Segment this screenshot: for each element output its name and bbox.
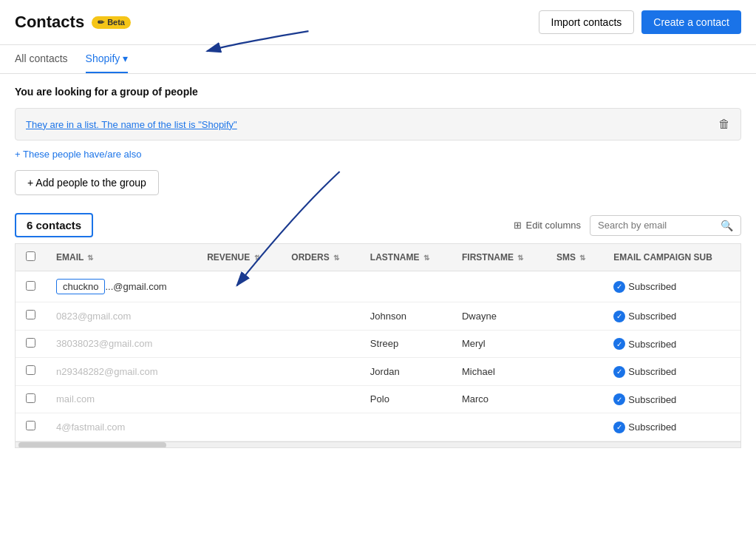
tab-all-contacts[interactable]: All contacts	[15, 45, 68, 73]
lastname-cell: Polo	[360, 385, 452, 413]
import-contacts-button[interactable]: Import contacts	[539, 10, 635, 34]
lastname-cell: Jordan	[360, 358, 452, 386]
beta-badge: ✏ Beta	[92, 16, 131, 29]
firstname-cell	[452, 413, 546, 441]
row-checkbox-cell	[16, 302, 46, 331]
col-revenue: REVENUE ⇅	[197, 244, 281, 271]
row-checkbox[interactable]	[26, 421, 35, 430]
main-content: You are looking for a group of people Th…	[0, 74, 756, 460]
col-sms: SMS ⇅	[546, 244, 603, 271]
email-cell: 0823@gmail.com	[46, 302, 197, 331]
firstname-cell: Marco	[452, 385, 546, 413]
row-checkbox[interactable]	[26, 338, 35, 348]
sms-sort-icon[interactable]: ⇅	[579, 254, 585, 262]
lastname-cell: Streep	[360, 330, 452, 358]
also-link[interactable]: + These people have/are also	[15, 149, 141, 160]
horizontal-scrollbar[interactable]	[16, 441, 740, 447]
check-icon: ✓	[613, 422, 625, 433]
sms-cell	[546, 358, 603, 386]
table-body: chuckno...@gmail.com ✓ Subscribed	[16, 271, 740, 441]
sms-cell	[546, 413, 603, 441]
toolbar-right: ⊞ Edit columns 🔍	[514, 215, 741, 236]
email-cell: mail.com	[46, 385, 197, 413]
revenue-cell	[197, 358, 281, 386]
orders-cell	[281, 358, 360, 386]
email-cell: 38038023@gmail.com	[46, 330, 197, 358]
col-orders: ORDERS ⇅	[281, 244, 360, 271]
status-badge: ✓ Subscribed	[613, 422, 676, 433]
status-badge: ✓ Subscribed	[613, 366, 676, 378]
filter-text[interactable]: They are in a list. The name of the list…	[26, 119, 237, 130]
firstname-cell: Meryl	[452, 330, 546, 358]
contacts-table-container: EMAIL ⇅ REVENUE ⇅ ORDERS ⇅ LASTNAME	[15, 243, 741, 448]
orders-sort-icon[interactable]: ⇅	[333, 254, 339, 262]
app-title: Contacts	[15, 13, 84, 32]
check-icon: ✓	[613, 338, 625, 350]
lastname-cell: Johnson	[360, 302, 452, 331]
email-cell: 4@fastmail.com	[46, 413, 197, 441]
edit-columns-button[interactable]: ⊞ Edit columns	[514, 220, 581, 231]
table-row: 0823@gmail.com Johnson Dwayne ✓ Subscrib…	[16, 302, 740, 331]
status-cell: ✓ Subscribed	[603, 271, 740, 302]
orders-cell	[281, 271, 360, 302]
table-row: 4@fastmail.com ✓ Subscribed	[16, 413, 740, 441]
check-icon: ✓	[613, 281, 625, 293]
status-badge: ✓ Subscribed	[613, 338, 676, 350]
orders-cell	[281, 330, 360, 358]
filter-box: They are in a list. The name of the list…	[15, 108, 741, 141]
row-checkbox-cell	[16, 271, 46, 302]
sms-cell	[546, 330, 603, 358]
contacts-count: 6 contacts	[15, 213, 93, 237]
check-icon: ✓	[613, 311, 625, 322]
table-row: mail.com Polo Marco ✓ Subscribed	[16, 385, 740, 413]
firstname-sort-icon[interactable]: ⇅	[517, 254, 523, 262]
email-cell: n29348282@gmail.com	[46, 358, 197, 386]
chevron-down-icon: ▾	[123, 53, 128, 64]
status-badge: ✓ Subscribed	[613, 281, 676, 293]
pencil-icon: ✏	[98, 18, 104, 27]
col-email: EMAIL ⇅	[46, 244, 197, 271]
firstname-cell	[452, 271, 546, 302]
table-header: EMAIL ⇅ REVENUE ⇅ ORDERS ⇅ LASTNAME	[16, 244, 740, 271]
email-sort-icon[interactable]: ⇅	[87, 254, 93, 262]
revenue-sort-icon[interactable]: ⇅	[254, 254, 260, 262]
row-checkbox-cell	[16, 385, 46, 413]
scrollbar-thumb[interactable]	[18, 442, 166, 448]
orders-cell	[281, 302, 360, 331]
contacts-toolbar: 6 contacts ⊞ Edit columns 🔍	[15, 207, 741, 243]
tab-shopify[interactable]: Shopify ▾	[86, 45, 129, 73]
firstname-cell: Dwayne	[452, 302, 546, 331]
sms-cell	[546, 302, 603, 331]
orders-cell	[281, 413, 360, 441]
firstname-cell: Michael	[452, 358, 546, 386]
revenue-cell	[197, 413, 281, 441]
search-input[interactable]	[598, 220, 716, 231]
status-cell: ✓ Subscribed	[603, 385, 740, 413]
top-bar-left: Contacts ✏ Beta	[15, 13, 131, 32]
sms-cell	[546, 271, 603, 302]
status-badge: ✓ Subscribed	[613, 393, 676, 405]
check-icon: ✓	[613, 393, 625, 405]
add-people-button[interactable]: + Add people to the group	[15, 170, 159, 195]
col-email-campaign: EMAIL CAMPAIGN SUB	[603, 244, 740, 271]
row-checkbox[interactable]	[26, 365, 35, 375]
top-bar-right: Import contacts Create a contact	[539, 10, 741, 34]
status-badge: ✓ Subscribed	[613, 311, 676, 322]
section-title: You are looking for a group of people	[15, 86, 741, 98]
delete-filter-icon[interactable]: 🗑	[718, 118, 730, 131]
revenue-cell	[197, 330, 281, 358]
row-checkbox[interactable]	[26, 393, 35, 403]
table-row: n29348282@gmail.com Jordan Michael ✓ Sub…	[16, 358, 740, 386]
select-all-checkbox[interactable]	[26, 251, 35, 261]
email-cell: chuckno...@gmail.com	[46, 271, 197, 302]
sms-cell	[546, 385, 603, 413]
row-checkbox[interactable]	[26, 281, 35, 291]
status-cell: ✓ Subscribed	[603, 358, 740, 386]
table-row: 38038023@gmail.com Streep Meryl ✓ Subscr…	[16, 330, 740, 358]
row-checkbox[interactable]	[26, 310, 35, 319]
lastname-cell	[360, 271, 452, 302]
lastname-sort-icon[interactable]: ⇅	[423, 254, 429, 262]
row-checkbox-cell	[16, 358, 46, 386]
tabs-bar: All contacts Shopify ▾	[0, 45, 756, 74]
create-contact-button[interactable]: Create a contact	[641, 10, 741, 34]
